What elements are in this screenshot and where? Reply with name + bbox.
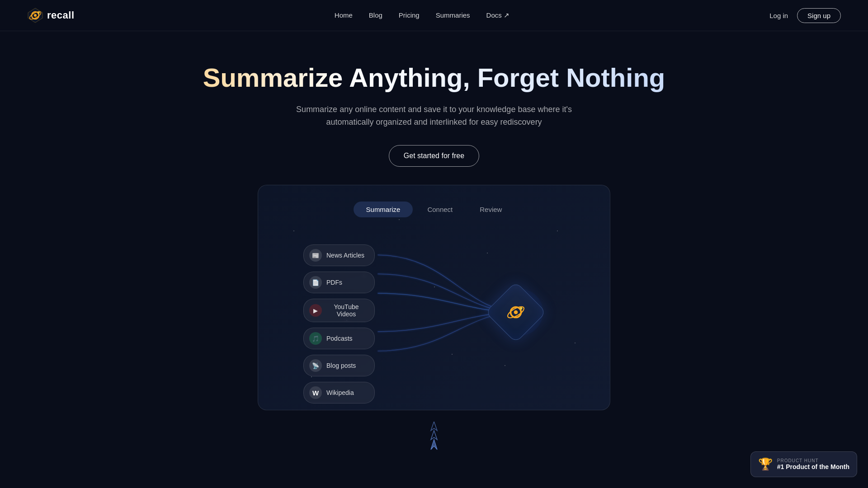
wikipedia-icon: W xyxy=(309,386,322,399)
source-blog: 📡 Blog posts xyxy=(303,355,375,376)
logo-icon xyxy=(27,7,43,23)
demo-card: Summarize Connect Review 📰 News Articles… xyxy=(258,185,610,410)
nav-links: Home Blog Pricing Summaries Docs ↗ xyxy=(335,11,509,19)
scroll-arrow-icon xyxy=(427,422,441,453)
source-label-blog: Blog posts xyxy=(326,362,356,369)
diamond-shape xyxy=(485,282,547,343)
source-label-podcasts: Podcasts xyxy=(326,335,353,342)
source-podcasts: 🎵 Podcasts xyxy=(303,328,375,349)
source-wikipedia: W Wikipedia xyxy=(303,382,375,404)
svg-point-4 xyxy=(38,12,40,14)
nav-docs[interactable]: Docs ↗ xyxy=(486,11,509,19)
nav-actions: Log in Sign up xyxy=(769,8,841,23)
scroll-arrow xyxy=(427,422,441,455)
nav-pricing[interactable]: Pricing xyxy=(399,11,420,19)
center-node xyxy=(494,291,538,334)
source-youtube: ▶ YouTube Videos xyxy=(303,299,375,322)
tab-connect[interactable]: Connect xyxy=(415,202,465,217)
blog-icon: 📡 xyxy=(309,359,322,372)
tab-review[interactable]: Review xyxy=(467,202,514,217)
demo-tabs: Summarize Connect Review xyxy=(276,202,592,217)
trophy-icon: 🏆 xyxy=(758,457,773,471)
center-logo-icon xyxy=(504,300,528,324)
hero-subtitle: Summarize any online content and save it… xyxy=(280,103,588,129)
signup-button[interactable]: Sign up xyxy=(797,8,841,23)
svg-point-3 xyxy=(34,14,37,17)
source-news-articles: 📰 News Articles xyxy=(303,244,375,266)
tab-summarize[interactable]: Summarize xyxy=(354,202,413,217)
hero-cta-button[interactable]: Get started for free xyxy=(389,145,479,167)
podcast-icon: 🎵 xyxy=(309,332,322,345)
source-label-news: News Articles xyxy=(326,252,364,259)
login-link[interactable]: Log in xyxy=(769,12,788,19)
news-icon: 📰 xyxy=(309,249,322,262)
brand-logo[interactable]: recall xyxy=(27,7,75,23)
logo-text: recall xyxy=(47,9,75,21)
recall-logo-center xyxy=(502,299,529,326)
nav-blog[interactable]: Blog xyxy=(369,11,382,19)
ph-label: PRODUCT HUNT xyxy=(777,458,849,463)
hero-title: Summarize Anything, Forget Nothing xyxy=(9,63,859,93)
youtube-icon: ▶ xyxy=(309,304,322,317)
nav-home[interactable]: Home xyxy=(335,11,353,19)
source-label-youtube: YouTube Videos xyxy=(326,303,366,318)
ph-badge-text: PRODUCT HUNT #1 Product of the Month xyxy=(777,458,849,470)
product-hunt-badge: 🏆 PRODUCT HUNT #1 Product of the Month xyxy=(750,451,857,477)
pdf-icon: 📄 xyxy=(309,276,322,289)
nav-summaries[interactable]: Summaries xyxy=(436,11,470,19)
navbar: recall Home Blog Pricing Summaries Docs … xyxy=(0,0,868,31)
svg-point-9 xyxy=(514,310,518,314)
source-items-list: 📰 News Articles 📄 PDFs ▶ YouTube Videos … xyxy=(303,244,375,404)
hero-section: Summarize Anything, Forget Nothing Summa… xyxy=(0,31,868,428)
ph-title: #1 Product of the Month xyxy=(777,463,849,470)
diagram: 📰 News Articles 📄 PDFs ▶ YouTube Videos … xyxy=(276,240,592,385)
source-pdfs: 📄 PDFs xyxy=(303,272,375,293)
source-label-wikipedia: Wikipedia xyxy=(326,389,354,396)
source-label-pdfs: PDFs xyxy=(326,279,342,286)
